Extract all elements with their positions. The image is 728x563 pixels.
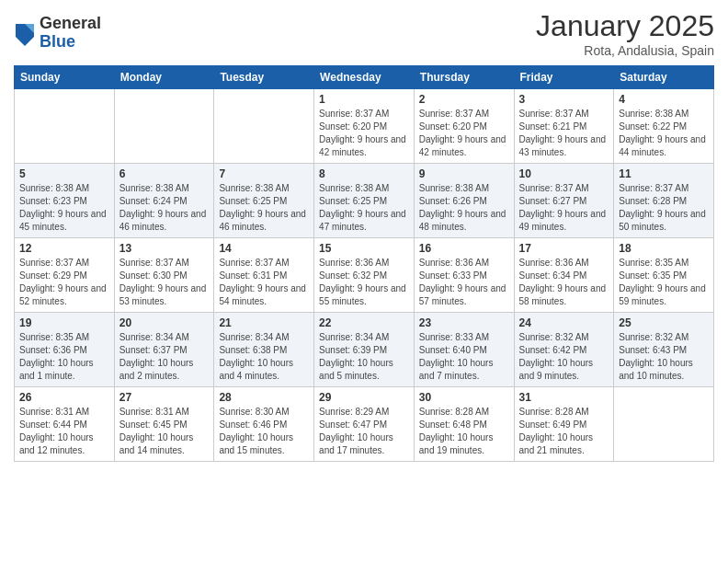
calendar: Sunday Monday Tuesday Wednesday Thursday… xyxy=(14,65,714,462)
day-info: Sunrise: 8:36 AM Sunset: 6:34 PM Dayligh… xyxy=(519,257,609,308)
calendar-cell: 2Sunrise: 8:37 AM Sunset: 6:20 PM Daylig… xyxy=(414,89,514,164)
calendar-cell: 23Sunrise: 8:33 AM Sunset: 6:40 PM Dayli… xyxy=(414,313,514,387)
calendar-week-row: 12Sunrise: 8:37 AM Sunset: 6:29 PM Dayli… xyxy=(15,238,714,313)
day-info: Sunrise: 8:37 AM Sunset: 6:21 PM Dayligh… xyxy=(519,108,609,159)
calendar-cell: 8Sunrise: 8:38 AM Sunset: 6:25 PM Daylig… xyxy=(314,164,415,238)
header-sunday: Sunday xyxy=(15,66,115,89)
day-number: 16 xyxy=(419,242,509,255)
day-info: Sunrise: 8:38 AM Sunset: 6:24 PM Dayligh… xyxy=(119,182,210,234)
day-info: Sunrise: 8:37 AM Sunset: 6:31 PM Dayligh… xyxy=(219,257,309,308)
day-number: 6 xyxy=(119,167,210,180)
calendar-cell: 31Sunrise: 8:28 AM Sunset: 6:49 PM Dayli… xyxy=(514,387,614,462)
calendar-week-row: 26Sunrise: 8:31 AM Sunset: 6:44 PM Dayli… xyxy=(15,387,714,462)
header-wednesday: Wednesday xyxy=(314,66,415,89)
calendar-week-row: 5Sunrise: 8:38 AM Sunset: 6:23 PM Daylig… xyxy=(15,164,714,238)
calendar-cell: 19Sunrise: 8:35 AM Sunset: 6:36 PM Dayli… xyxy=(15,313,115,387)
day-info: Sunrise: 8:34 AM Sunset: 6:39 PM Dayligh… xyxy=(319,331,409,383)
day-info: Sunrise: 8:31 AM Sunset: 6:45 PM Dayligh… xyxy=(119,406,210,457)
logo-text: General Blue xyxy=(40,15,101,52)
day-number: 17 xyxy=(519,242,609,255)
day-info: Sunrise: 8:32 AM Sunset: 6:43 PM Dayligh… xyxy=(619,331,709,383)
day-info: Sunrise: 8:38 AM Sunset: 6:22 PM Dayligh… xyxy=(619,108,709,159)
logo-blue-text: Blue xyxy=(40,33,101,52)
calendar-cell: 14Sunrise: 8:37 AM Sunset: 6:31 PM Dayli… xyxy=(214,238,314,313)
day-info: Sunrise: 8:36 AM Sunset: 6:33 PM Dayligh… xyxy=(419,257,509,308)
calendar-cell: 28Sunrise: 8:30 AM Sunset: 6:46 PM Dayli… xyxy=(214,387,314,462)
day-number: 27 xyxy=(119,391,210,404)
calendar-cell: 18Sunrise: 8:35 AM Sunset: 6:35 PM Dayli… xyxy=(614,238,714,313)
calendar-cell: 17Sunrise: 8:36 AM Sunset: 6:34 PM Dayli… xyxy=(514,238,614,313)
calendar-cell: 12Sunrise: 8:37 AM Sunset: 6:29 PM Dayli… xyxy=(15,238,115,313)
calendar-cell xyxy=(114,89,214,164)
day-number: 11 xyxy=(619,167,709,180)
calendar-cell: 4Sunrise: 8:38 AM Sunset: 6:22 PM Daylig… xyxy=(614,89,714,164)
day-number: 26 xyxy=(19,391,109,404)
day-info: Sunrise: 8:28 AM Sunset: 6:48 PM Dayligh… xyxy=(419,406,509,457)
day-info: Sunrise: 8:33 AM Sunset: 6:40 PM Dayligh… xyxy=(419,331,509,383)
calendar-cell: 6Sunrise: 8:38 AM Sunset: 6:24 PM Daylig… xyxy=(114,164,214,238)
day-info: Sunrise: 8:38 AM Sunset: 6:23 PM Dayligh… xyxy=(19,182,109,234)
day-info: Sunrise: 8:31 AM Sunset: 6:44 PM Dayligh… xyxy=(19,406,109,457)
day-number: 8 xyxy=(319,167,409,180)
calendar-cell: 29Sunrise: 8:29 AM Sunset: 6:47 PM Dayli… xyxy=(314,387,415,462)
day-number: 22 xyxy=(319,316,409,329)
header: General Blue January 2025 Rota, Andalusi… xyxy=(14,9,714,58)
calendar-cell xyxy=(214,89,314,164)
calendar-cell: 9Sunrise: 8:38 AM Sunset: 6:26 PM Daylig… xyxy=(414,164,514,238)
calendar-cell: 21Sunrise: 8:34 AM Sunset: 6:38 PM Dayli… xyxy=(214,313,314,387)
calendar-week-row: 1Sunrise: 8:37 AM Sunset: 6:20 PM Daylig… xyxy=(15,89,714,164)
title-block: January 2025 Rota, Andalusia, Spain xyxy=(536,9,714,58)
header-saturday: Saturday xyxy=(614,66,714,89)
calendar-cell: 10Sunrise: 8:37 AM Sunset: 6:27 PM Dayli… xyxy=(514,164,614,238)
day-number: 18 xyxy=(619,242,709,255)
header-thursday: Thursday xyxy=(414,66,514,89)
calendar-cell: 20Sunrise: 8:34 AM Sunset: 6:37 PM Dayli… xyxy=(114,313,214,387)
calendar-cell: 5Sunrise: 8:38 AM Sunset: 6:23 PM Daylig… xyxy=(15,164,115,238)
day-info: Sunrise: 8:38 AM Sunset: 6:25 PM Dayligh… xyxy=(219,182,309,234)
day-number: 13 xyxy=(119,242,210,255)
day-number: 25 xyxy=(619,316,709,329)
day-number: 7 xyxy=(219,167,309,180)
calendar-cell xyxy=(614,387,714,462)
logo-general-text: General xyxy=(40,15,101,33)
day-number: 5 xyxy=(19,167,109,180)
day-info: Sunrise: 8:34 AM Sunset: 6:38 PM Dayligh… xyxy=(219,331,309,383)
calendar-cell: 11Sunrise: 8:37 AM Sunset: 6:28 PM Dayli… xyxy=(614,164,714,238)
day-info: Sunrise: 8:35 AM Sunset: 6:35 PM Dayligh… xyxy=(619,257,709,308)
day-info: Sunrise: 8:30 AM Sunset: 6:46 PM Dayligh… xyxy=(219,406,309,457)
day-info: Sunrise: 8:29 AM Sunset: 6:47 PM Dayligh… xyxy=(319,406,409,457)
page: General Blue January 2025 Rota, Andalusi… xyxy=(0,0,728,476)
day-number: 14 xyxy=(219,242,309,255)
day-number: 29 xyxy=(319,391,409,404)
day-number: 2 xyxy=(419,93,509,106)
calendar-cell: 15Sunrise: 8:36 AM Sunset: 6:32 PM Dayli… xyxy=(314,238,415,313)
day-info: Sunrise: 8:38 AM Sunset: 6:25 PM Dayligh… xyxy=(319,182,409,234)
day-number: 10 xyxy=(519,167,609,180)
day-number: 20 xyxy=(119,316,210,329)
day-info: Sunrise: 8:37 AM Sunset: 6:30 PM Dayligh… xyxy=(119,257,210,308)
day-number: 12 xyxy=(19,242,109,255)
day-number: 3 xyxy=(519,93,609,106)
logo: General Blue xyxy=(14,15,101,52)
day-info: Sunrise: 8:34 AM Sunset: 6:37 PM Dayligh… xyxy=(119,331,210,383)
calendar-week-row: 19Sunrise: 8:35 AM Sunset: 6:36 PM Dayli… xyxy=(15,313,714,387)
day-number: 21 xyxy=(219,316,309,329)
day-info: Sunrise: 8:37 AM Sunset: 6:28 PM Dayligh… xyxy=(619,182,709,234)
day-info: Sunrise: 8:32 AM Sunset: 6:42 PM Dayligh… xyxy=(519,331,609,383)
day-headers-row: Sunday Monday Tuesday Wednesday Thursday… xyxy=(15,66,714,89)
header-friday: Friday xyxy=(514,66,614,89)
day-number: 1 xyxy=(319,93,409,106)
calendar-cell: 7Sunrise: 8:38 AM Sunset: 6:25 PM Daylig… xyxy=(214,164,314,238)
day-info: Sunrise: 8:37 AM Sunset: 6:27 PM Dayligh… xyxy=(519,182,609,234)
logo-icon xyxy=(14,20,36,46)
header-tuesday: Tuesday xyxy=(214,66,314,89)
day-number: 4 xyxy=(619,93,709,106)
calendar-cell: 3Sunrise: 8:37 AM Sunset: 6:21 PM Daylig… xyxy=(514,89,614,164)
day-info: Sunrise: 8:37 AM Sunset: 6:20 PM Dayligh… xyxy=(419,108,509,159)
calendar-cell: 22Sunrise: 8:34 AM Sunset: 6:39 PM Dayli… xyxy=(314,313,415,387)
month-title: January 2025 xyxy=(536,9,714,43)
day-number: 23 xyxy=(419,316,509,329)
day-number: 19 xyxy=(19,316,109,329)
location: Rota, Andalusia, Spain xyxy=(536,43,714,58)
day-number: 28 xyxy=(219,391,309,404)
